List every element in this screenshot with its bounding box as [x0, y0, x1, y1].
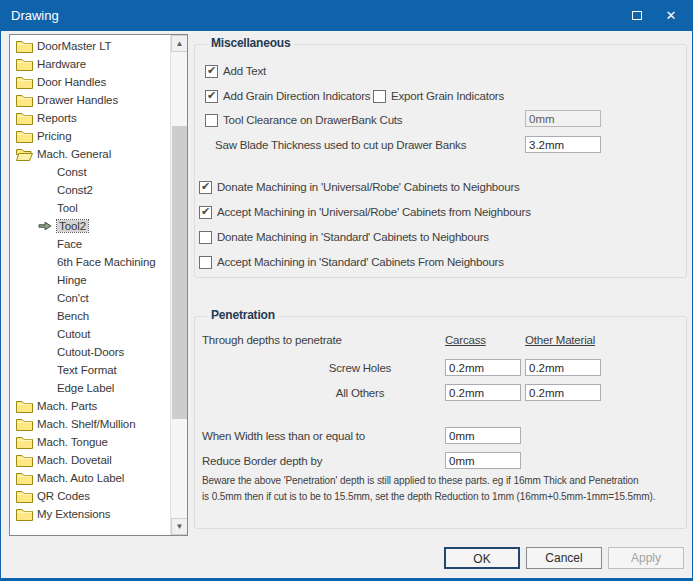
tree-item[interactable]: Const [10, 163, 170, 181]
tree-item[interactable]: Reports [10, 109, 170, 127]
tree-item-label: Cutout [57, 328, 90, 340]
tree-item-label: Hardware [37, 58, 86, 70]
folder-icon [16, 130, 33, 143]
width-less-input[interactable] [445, 427, 521, 444]
add-grain-checkbox-row[interactable]: Add Grain Direction Indicators [205, 88, 370, 104]
carcass-depth-input[interactable] [445, 359, 521, 376]
tree-item[interactable]: Drawer Handles [10, 91, 170, 109]
tree-item[interactable]: Mach. Tongue [10, 433, 170, 451]
tool-clearance-input[interactable] [525, 110, 601, 127]
tree-item[interactable]: Mach. Dovetail [10, 451, 170, 469]
neighbour-checkbox-row[interactable]: Accept Machining in 'Universal/Robe' Cab… [199, 204, 531, 220]
tree-item[interactable]: Mach. Auto Label [10, 469, 170, 487]
tree-item[interactable]: Mach. Parts [10, 397, 170, 415]
tree-item[interactable]: Const2 [10, 181, 170, 199]
folder-icon [16, 454, 33, 467]
other-material-depth-input[interactable] [525, 384, 601, 401]
penetration-row-label: Screw Holes [290, 362, 430, 374]
saw-blade-input[interactable] [525, 136, 601, 153]
tree-item[interactable]: Pricing [10, 127, 170, 145]
tree-item-label: 6th Face Machining [57, 256, 156, 268]
add-text-checkbox-row[interactable]: Add Text [205, 63, 266, 79]
neighbour-checkbox-row[interactable]: Donate Machining in 'Universal/Robe' Cab… [199, 179, 520, 195]
settings-tree: DoorMaster LT Hardware [9, 34, 188, 536]
tree-item[interactable]: Face [10, 235, 170, 253]
neighbour-checkbox-label: Accept Machining in 'Universal/Robe' Cab… [217, 206, 531, 218]
neighbour-checkbox-label: Donate Machining in 'Standard' Cabinets … [217, 231, 489, 243]
tree-item[interactable]: Tool2 [10, 217, 170, 235]
add-grain-checkbox[interactable] [205, 90, 218, 103]
through-depths-label: Through depths to penetrate [202, 334, 342, 346]
tree-item-label: Door Handles [37, 76, 106, 88]
tree-item[interactable]: Mach. Shelf/Mullion [10, 415, 170, 433]
tree-item[interactable]: Door Handles [10, 73, 170, 91]
other-material-depth-input[interactable] [525, 359, 601, 376]
tree-item[interactable]: DoorMaster LT [10, 37, 170, 55]
neighbour-checkbox-row[interactable]: Accept Machining in 'Standard' Cabinets … [199, 254, 504, 270]
folder-icon [16, 418, 33, 431]
penetration-row-label: All Others [290, 387, 430, 399]
folder-icon [16, 94, 33, 107]
scroll-down-icon[interactable]: ▼ [171, 518, 188, 535]
tree-scrollbar[interactable]: ▲ ▼ [170, 35, 187, 535]
tree-item[interactable]: Con'ct [10, 289, 170, 307]
tree-item[interactable]: QR Codes [10, 487, 170, 505]
scroll-up-icon[interactable]: ▲ [171, 35, 188, 52]
tree-item[interactable]: Hardware [10, 55, 170, 73]
cancel-button[interactable]: Cancel [526, 547, 602, 569]
miscellaneous-group: Miscellaneous Add Text Add Grain Directi… [194, 44, 687, 278]
tool-clearance-checkbox-row[interactable]: Tool Clearance on DrawerBank Cuts [205, 112, 402, 128]
add-grain-label: Add Grain Direction Indicators [223, 90, 370, 102]
folder-icon [16, 400, 33, 413]
penetration-depth-row: All Others [195, 384, 686, 409]
width-less-label: When Width less than or equal to [202, 430, 365, 442]
carcass-depth-input[interactable] [445, 384, 521, 401]
tool-clearance-checkbox[interactable] [205, 114, 218, 127]
export-grain-checkbox[interactable] [373, 90, 386, 103]
tree-item-label: Face [57, 238, 82, 250]
tree-item[interactable]: Tool [10, 199, 170, 217]
tool-clearance-label: Tool Clearance on DrawerBank Cuts [223, 114, 402, 126]
tree-item[interactable]: Bench [10, 307, 170, 325]
tree-item[interactable]: 6th Face Machining [10, 253, 170, 271]
neighbour-checkbox[interactable] [199, 231, 212, 244]
penetration-group: Penetration Through depths to penetrate … [194, 316, 687, 529]
tree-item-label: Text Format [57, 364, 117, 376]
tree-item-label: Edge Label [57, 382, 114, 394]
export-grain-label: Export Grain Indicators [391, 90, 504, 102]
tree-item[interactable]: Hinge [10, 271, 170, 289]
tree-item-label: My Extensions [37, 508, 110, 520]
neighbour-checkbox[interactable] [199, 206, 212, 219]
ok-button[interactable]: OK [444, 547, 520, 569]
close-button[interactable]: ✕ [656, 1, 686, 31]
export-grain-checkbox-row[interactable]: Export Grain Indicators [373, 88, 504, 104]
tree-item-label: Cutout-Doors [57, 346, 124, 358]
folder-icon [16, 58, 33, 71]
tree-item[interactable]: Edge Label [10, 379, 170, 397]
neighbour-checkbox[interactable] [199, 256, 212, 269]
tree-item-label: Reports [37, 112, 77, 124]
tree-item[interactable]: Cutout-Doors [10, 343, 170, 361]
tree-item-label: Mach. Dovetail [37, 454, 112, 466]
titlebar: Drawing ✕ [1, 1, 692, 31]
miscellaneous-group-title: Miscellaneous [207, 36, 294, 50]
tree-item[interactable]: Mach. General [10, 145, 170, 163]
reduce-border-input[interactable] [445, 452, 521, 469]
folder-icon [16, 490, 33, 503]
open-folder-icon [16, 148, 33, 161]
scrollbar-thumb[interactable] [172, 126, 187, 419]
neighbour-checkbox-row[interactable]: Donate Machining in 'Standard' Cabinets … [199, 229, 489, 245]
tree-item-label: Hinge [57, 274, 87, 286]
penetration-depth-row: Screw Holes [195, 359, 686, 384]
tree-item[interactable]: Cutout [10, 325, 170, 343]
tree-item[interactable]: My Extensions [10, 505, 170, 523]
tree-item-label: Con'ct [57, 292, 89, 304]
tree-item-label: Pricing [37, 130, 71, 142]
apply-button[interactable]: Apply [608, 547, 684, 569]
tree-item[interactable]: Text Format [10, 361, 170, 379]
add-text-checkbox[interactable] [205, 65, 218, 78]
folder-icon [16, 472, 33, 485]
current-page-arrow-icon [38, 221, 52, 231]
neighbour-checkbox[interactable] [199, 181, 212, 194]
maximize-button[interactable] [622, 1, 652, 31]
